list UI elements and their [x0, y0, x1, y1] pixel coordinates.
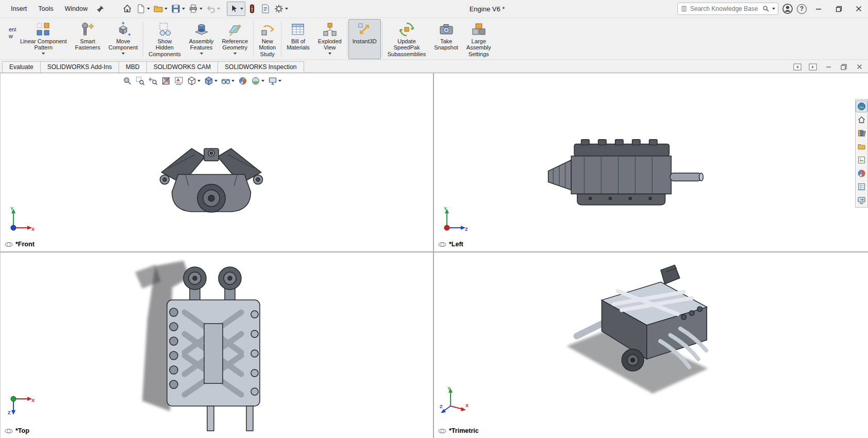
ribbon-button-exploded-view[interactable]: Exploded View — [314, 19, 346, 59]
view-icon — [5, 429, 13, 433]
view-palette-button[interactable] — [856, 155, 867, 165]
save-button[interactable] — [169, 2, 187, 16]
home-button[interactable] — [121, 2, 134, 16]
options-button[interactable] — [272, 2, 290, 16]
minimize-button[interactable] — [810, 0, 827, 18]
dropdown-caret[interactable] — [200, 53, 203, 55]
pin-menubar-button[interactable] — [93, 4, 107, 14]
engine-model-left-view[interactable] — [542, 135, 707, 217]
viewport-front[interactable]: Y X *Front — [1, 73, 433, 251]
engine-model-top-view[interactable] — [106, 257, 284, 434]
ribbon-button-large-assembly-settings[interactable]: Large Assembly Settings — [462, 19, 495, 59]
dropdown-caret[interactable] — [233, 53, 237, 55]
view-orientation-button[interactable] — [186, 75, 202, 87]
close-icon — [857, 64, 862, 70]
menu-window[interactable]: Window — [59, 3, 93, 15]
ribbon-button-show-hidden-components[interactable]: Show Hidden Components — [144, 19, 185, 59]
ribbon-button-bill-of-materials[interactable]: Bill of Materials — [282, 19, 314, 59]
task-pane-home-button[interactable] — [856, 114, 867, 125]
dropdown-caret[interactable] — [278, 80, 281, 82]
undo-button[interactable] — [204, 2, 222, 16]
dropdown-caret[interactable] — [164, 8, 168, 10]
previous-view-button[interactable] — [147, 75, 159, 87]
new-document-button[interactable] — [134, 2, 152, 16]
menu-tools[interactable]: Tools — [32, 3, 59, 15]
document-restore-button[interactable] — [839, 63, 848, 71]
pane-back-button[interactable] — [793, 63, 802, 71]
dropdown-caret[interactable] — [240, 8, 243, 10]
dropdown-caret[interactable] — [231, 80, 235, 82]
ribbon-button-smart-fasteners[interactable]: Smart Fasteners — [71, 19, 105, 59]
dropdown-caret[interactable] — [147, 8, 150, 10]
dropdown-caret[interactable] — [197, 80, 201, 82]
dropdown-caret[interactable] — [261, 80, 264, 82]
dropdown-caret[interactable] — [182, 8, 185, 10]
zoom-to-area-button[interactable] — [134, 75, 146, 87]
viewport-trimetric[interactable]: Y X Z *Trimetric — [434, 252, 868, 438]
search-icon[interactable] — [762, 5, 770, 12]
search-input[interactable] — [690, 5, 760, 12]
tab-solidworks-cam[interactable]: SOLIDWORKS CAM — [146, 61, 218, 73]
zoom-to-fit-button[interactable] — [121, 75, 133, 87]
section-view-button[interactable] — [160, 75, 172, 87]
undo-icon — [206, 4, 216, 14]
help-button[interactable]: ? — [797, 4, 807, 14]
document-minimize-button[interactable] — [824, 63, 833, 71]
dropdown-caret[interactable] — [199, 8, 203, 10]
file-properties-button[interactable] — [259, 2, 272, 16]
search-scope-caret[interactable] — [772, 8, 775, 10]
account-button[interactable] — [782, 3, 793, 14]
dropdown-caret[interactable] — [285, 8, 288, 10]
close-button[interactable] — [850, 0, 867, 18]
tab-mbd[interactable]: MBD — [119, 61, 147, 73]
ribbon-button-assembly-features[interactable]: Assembly Features — [185, 19, 218, 59]
appearances-scenes-button[interactable] — [856, 168, 867, 179]
ribbon-button-new-motion-study[interactable]: New Motion Study — [255, 19, 280, 59]
rebuild-button[interactable] — [245, 2, 259, 16]
viewport-splitter-vertical[interactable] — [433, 73, 434, 438]
view-settings-button[interactable] — [266, 75, 283, 87]
bill-of-materials-icon — [290, 22, 306, 37]
ribbon-button-instant3d[interactable]: Instant3D — [348, 19, 381, 59]
menu-insert[interactable]: Insert — [5, 3, 32, 15]
viewport-left[interactable]: Y Z *Left — [434, 73, 868, 251]
document-close-button[interactable] — [855, 63, 864, 71]
custom-properties-button[interactable] — [856, 181, 867, 192]
print-button[interactable] — [187, 2, 204, 16]
dropdown-caret[interactable] — [42, 53, 45, 55]
dropdown-caret[interactable] — [122, 53, 125, 55]
dropdown-caret[interactable] — [328, 53, 331, 55]
hide-show-items-button[interactable] — [220, 75, 236, 87]
ribbon-button-move-component[interactable]: Move Component — [104, 19, 142, 59]
design-library-button[interactable] — [856, 128, 867, 139]
dynamic-annotation-views-button[interactable] — [173, 75, 185, 87]
ribbon-button-reference-geometry[interactable]: Reference Geometry — [218, 19, 252, 59]
tab-solidworks-add-ins[interactable]: SOLIDWORKS Add-Ins — [40, 61, 119, 73]
ribbon-button-linear-component-pattern[interactable]: Linear Component Pattern — [16, 19, 71, 59]
dropdown-caret[interactable] — [217, 8, 220, 10]
engine-model-front-view[interactable] — [144, 134, 279, 225]
edit-appearance-button[interactable] — [237, 75, 249, 87]
file-explorer-button[interactable] — [856, 141, 867, 152]
viewport-splitter-horizontal[interactable] — [1, 251, 868, 252]
display-style-button[interactable] — [203, 75, 219, 87]
ribbon-button-update-speedpak-subassemblies[interactable]: Update SpeedPak Subassemblies — [383, 19, 430, 59]
knowledge-base-search[interactable] — [677, 3, 778, 15]
open-button[interactable] — [152, 2, 169, 16]
solidworks-resources-button[interactable] — [856, 101, 867, 112]
tab-evaluate[interactable]: Evaluate — [2, 61, 41, 73]
tab-solidworks-inspection[interactable]: SOLIDWORKS Inspection — [218, 61, 304, 73]
pane-forward-button[interactable] — [808, 63, 817, 71]
hide-show-items-glasses-icon — [221, 76, 230, 86]
ribbon-button-take-snapshot[interactable]: Take Snapshot — [430, 19, 462, 59]
view-icon — [438, 429, 446, 433]
viewport-top[interactable]: X Z *Top — [1, 252, 433, 438]
svg-text:X: X — [31, 398, 35, 403]
select-tool-button[interactable] — [227, 2, 245, 16]
restore-button[interactable] — [830, 0, 847, 18]
view-name-text: *Top — [15, 427, 29, 434]
dropdown-caret[interactable] — [214, 80, 218, 82]
solidworks-forum-button[interactable] — [856, 195, 867, 206]
apply-scene-button[interactable] — [249, 75, 266, 87]
engine-model-trimetric-view[interactable] — [558, 260, 728, 402]
